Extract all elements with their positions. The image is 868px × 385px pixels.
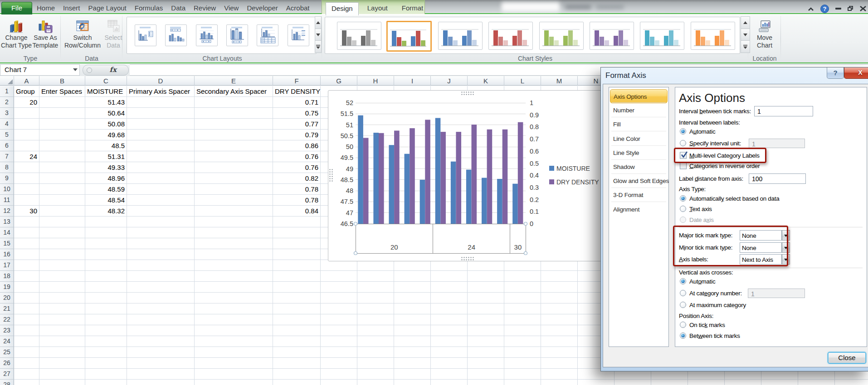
cell-l22[interactable] <box>504 314 541 325</box>
cell-g21[interactable] <box>321 303 357 314</box>
select-all-corner[interactable] <box>0 76 14 86</box>
cell-f17[interactable] <box>273 260 321 271</box>
cell-e1[interactable]: Secondary Axis Spacer <box>195 86 273 97</box>
cell-h19[interactable] <box>357 282 394 293</box>
row-header-27[interactable]: 27 <box>0 369 14 380</box>
tab-layout[interactable]: Layout <box>362 2 393 14</box>
bar-dry-density-6[interactable] <box>456 132 461 224</box>
cell-f11[interactable]: 0.78 <box>273 195 321 206</box>
cell-b20[interactable] <box>39 293 85 303</box>
column-header-d[interactable]: D <box>127 76 195 86</box>
bar-moisture-7[interactable] <box>466 170 472 224</box>
tab-acrobat[interactable]: Acrobat <box>282 2 314 14</box>
dialog-nav-line-style[interactable]: Line Style <box>610 146 668 160</box>
chart-handle-bottom[interactable] <box>461 256 474 260</box>
tab-review[interactable]: Review <box>190 2 220 14</box>
column-header-c[interactable]: C <box>85 76 127 86</box>
cell-a16[interactable] <box>14 249 39 260</box>
cell-k26[interactable] <box>468 358 504 369</box>
cell-g22[interactable] <box>321 314 357 325</box>
cell-f27[interactable] <box>273 369 321 380</box>
cell-e27[interactable] <box>195 369 273 380</box>
cell-m22[interactable] <box>541 314 578 325</box>
column-header-i[interactable]: I <box>394 76 431 86</box>
chart-layout-2[interactable] <box>165 24 187 46</box>
cell-o28[interactable] <box>614 380 651 385</box>
cell-d6[interactable] <box>127 140 195 151</box>
cell-h25[interactable] <box>357 347 394 358</box>
cell-s28[interactable] <box>761 380 798 385</box>
cell-e17[interactable] <box>195 260 273 271</box>
close-button[interactable]: Close <box>828 352 866 364</box>
cell-e3[interactable] <box>195 108 273 119</box>
bar-dry-density-5[interactable] <box>440 132 446 224</box>
chart-handle-left[interactable] <box>329 168 333 182</box>
cell-m28[interactable] <box>541 380 578 385</box>
cell-f26[interactable] <box>273 358 321 369</box>
cell-i26[interactable] <box>394 358 431 369</box>
chart-style-8[interactable] <box>691 22 735 50</box>
cell-b13[interactable] <box>39 217 85 227</box>
cell-c5[interactable]: 49.68 <box>85 130 127 140</box>
cell-a27[interactable] <box>14 369 39 380</box>
row-header-6[interactable]: 6 <box>0 140 14 151</box>
cell-h22[interactable] <box>357 314 394 325</box>
cell-m24[interactable] <box>541 336 578 347</box>
cell-f21[interactable] <box>273 303 321 314</box>
cell-u28[interactable] <box>835 380 868 385</box>
cell-g18[interactable] <box>321 271 357 282</box>
chart-style-2[interactable] <box>386 21 432 52</box>
cell-d5[interactable] <box>127 130 195 140</box>
bar-moisture-4[interactable] <box>420 180 425 224</box>
bar-moisture-6[interactable] <box>451 162 456 224</box>
chart-layout-5[interactable] <box>257 24 278 46</box>
cell-h20[interactable] <box>357 293 394 303</box>
cell-i25[interactable] <box>394 347 431 358</box>
cell-i28[interactable] <box>394 380 431 385</box>
cell-h28[interactable] <box>357 380 394 385</box>
button-save-as-template[interactable]: Save AsTemplate <box>31 16 59 61</box>
cell-f6[interactable]: 0.86 <box>273 140 321 151</box>
cell-d10[interactable] <box>127 184 195 195</box>
axis-selection-handle[interactable] <box>524 252 527 255</box>
radio-specify-interval-unit[interactable] <box>680 140 686 146</box>
input-label-distance-from-axis[interactable]: 100 <box>749 173 806 184</box>
dialog-nav-number[interactable]: Number <box>610 103 668 117</box>
cell-i27[interactable] <box>394 369 431 380</box>
cell-b15[interactable] <box>39 238 85 249</box>
tab-formulas[interactable]: Formulas <box>131 2 167 14</box>
cell-m26[interactable] <box>541 358 578 369</box>
cell-b21[interactable] <box>39 303 85 314</box>
cell-h21[interactable] <box>357 303 394 314</box>
cell-e12[interactable] <box>195 206 273 217</box>
checkbox-categories-in-reverse-order[interactable] <box>680 163 687 169</box>
cell-d4[interactable] <box>127 119 195 130</box>
row-header-15[interactable]: 15 <box>0 238 14 249</box>
cell-e13[interactable] <box>195 217 273 227</box>
cell-f19[interactable] <box>273 282 321 293</box>
cell-e19[interactable] <box>195 282 273 293</box>
cell-f2[interactable]: 0.71 <box>273 97 321 108</box>
cell-i20[interactable] <box>394 293 431 303</box>
cell-j23[interactable] <box>431 325 468 336</box>
cell-b16[interactable] <box>39 249 85 260</box>
cell-j25[interactable] <box>431 347 468 358</box>
cell-k21[interactable] <box>468 303 504 314</box>
column-header-a[interactable]: A <box>14 76 39 86</box>
radio-text-axis[interactable] <box>680 206 686 212</box>
cell-g25[interactable] <box>321 347 357 358</box>
cell-c25[interactable] <box>85 347 127 358</box>
dialog-nav-glow-and-soft-edges[interactable]: Glow and Soft Edges <box>610 174 668 188</box>
cell-b2[interactable] <box>39 97 85 108</box>
bar-dry-density-10[interactable] <box>518 122 523 224</box>
cell-e26[interactable] <box>195 358 273 369</box>
embedded-chart[interactable]: 46.54747.54848.54949.55050.55151.55200.1… <box>328 90 606 261</box>
row-header-14[interactable]: 14 <box>0 227 14 238</box>
cell-f24[interactable] <box>273 336 321 347</box>
cell-g20[interactable] <box>321 293 357 303</box>
cell-a19[interactable] <box>14 282 39 293</box>
bar-dry-density-9[interactable] <box>502 130 508 224</box>
dialog-nav-shadow[interactable]: Shadow <box>610 160 668 174</box>
cell-e7[interactable] <box>195 151 273 162</box>
cell-a1[interactable]: Group <box>14 86 39 97</box>
